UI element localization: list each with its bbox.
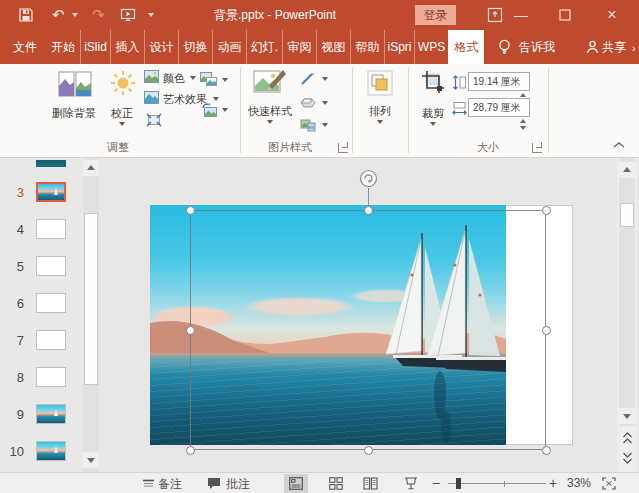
resize-handle-top-left[interactable] — [186, 206, 195, 215]
thumbnail-scrollbar-thumb[interactable] — [84, 213, 98, 385]
tab-insert[interactable]: 插入 — [110, 30, 144, 64]
remove-background-button[interactable]: 删除背景 — [48, 68, 100, 126]
scroll-down-icon[interactable] — [83, 452, 99, 468]
corrections-button[interactable]: 校正 — [104, 68, 140, 132]
tell-me-lightbulb-icon[interactable] — [496, 38, 513, 56]
zoom-slider-thumb[interactable] — [456, 478, 461, 489]
tab-file[interactable]: 文件 — [6, 30, 44, 64]
close-button[interactable]: × — [603, 6, 621, 24]
resize-handle-top-right[interactable] — [542, 206, 551, 215]
redo-icon[interactable]: ↷ — [92, 7, 108, 23]
share-person-icon[interactable] — [585, 39, 600, 55]
arrange-label: 排列 — [358, 104, 402, 119]
sign-in-button[interactable]: 登录 — [415, 5, 456, 25]
resize-handle-bottom-right[interactable] — [542, 446, 551, 455]
tab-home[interactable]: 开始 — [46, 30, 80, 64]
notes-button[interactable]: 备注 — [158, 476, 182, 493]
chevron-right-icon[interactable]: › — [632, 42, 636, 54]
slide-sorter-view-button[interactable] — [324, 474, 348, 493]
picture-border-icon — [300, 72, 316, 86]
maximize-button[interactable] — [556, 6, 574, 24]
slide-2-thumbnail-partial[interactable] — [36, 160, 66, 167]
resize-handle-bottom-center[interactable] — [364, 446, 373, 455]
tab-view[interactable]: 视图 — [316, 30, 350, 64]
undo-dropdown-icon[interactable] — [72, 13, 78, 17]
start-slideshow-icon[interactable] — [120, 7, 136, 23]
slide-show-button[interactable] — [399, 474, 423, 493]
tab-slideshow[interactable]: 幻灯. — [246, 30, 282, 64]
tab-islide[interactable]: iSlid — [80, 30, 110, 64]
zoom-level[interactable]: 33% — [567, 476, 591, 490]
tab-ispring[interactable]: iSpri — [384, 30, 414, 64]
undo-icon[interactable]: ↶ — [52, 7, 68, 23]
slide-number: 5 — [4, 259, 24, 274]
reading-view-button[interactable] — [358, 474, 382, 493]
zoom-in-button[interactable]: + — [549, 475, 557, 491]
arrange-button[interactable]: 排列 — [358, 68, 402, 132]
quick-styles-dropdown-icon — [267, 120, 273, 124]
spin-up-icon[interactable] — [520, 93, 526, 97]
shape-width-input[interactable]: 28.79 厘米 — [468, 98, 530, 117]
canvas-scrollbar-thumb[interactable] — [620, 203, 634, 227]
zoom-slider-track[interactable] — [448, 483, 546, 484]
slide-6-thumbnail[interactable] — [36, 293, 66, 313]
spin-down-icon[interactable] — [520, 126, 526, 130]
tab-animations[interactable]: 动画 — [212, 30, 246, 64]
slide-9-thumbnail[interactable] — [36, 404, 66, 424]
ribbon-display-options-icon[interactable] — [487, 7, 503, 23]
width-spinner[interactable] — [518, 116, 528, 133]
share-label[interactable]: 共享 — [602, 30, 636, 64]
corrections-sun-icon — [110, 70, 136, 96]
previous-slide-icon[interactable] — [623, 432, 632, 444]
slide-8-thumbnail[interactable] — [36, 367, 66, 387]
compress-picture-icon[interactable] — [146, 113, 162, 127]
picture-styles-dialog-launcher-icon[interactable] — [338, 143, 348, 153]
size-dialog-launcher-icon[interactable] — [532, 143, 542, 153]
change-picture-icon — [200, 72, 217, 87]
shape-width-icon — [452, 101, 467, 116]
fit-slide-to-window-icon[interactable] — [602, 477, 616, 490]
tell-me-label[interactable]: 告诉我 — [519, 30, 555, 64]
save-icon[interactable] — [18, 7, 34, 23]
tab-transitions[interactable]: 切换 — [178, 30, 212, 64]
slide-thumbnail-panel: 3 4 5 6 7 8 9 — [0, 158, 99, 472]
status-bar: 备注 批注 − + 33% — [0, 472, 639, 493]
quick-styles-button[interactable]: 快速样式 — [246, 68, 294, 132]
scroll-up-icon[interactable] — [83, 160, 99, 176]
comments-button[interactable]: 批注 — [226, 476, 250, 493]
slide-3-thumbnail[interactable] — [36, 182, 66, 202]
slide-10-thumbnail[interactable] — [36, 441, 66, 461]
tab-design[interactable]: 设计 — [144, 30, 178, 64]
collapse-ribbon-icon[interactable] — [612, 140, 626, 150]
resize-handle-middle-left[interactable] — [186, 326, 195, 335]
resize-handle-top-center[interactable] — [364, 206, 373, 215]
tab-review[interactable]: 审阅 — [282, 30, 316, 64]
scroll-up-icon[interactable] — [619, 162, 635, 178]
slide-5-thumbnail[interactable] — [36, 256, 66, 276]
next-slide-icon[interactable] — [623, 452, 632, 464]
shape-height-input[interactable]: 19.14 厘米 — [468, 72, 530, 91]
thumbnail-scrollbar[interactable] — [83, 158, 99, 472]
tab-wps[interactable]: WPS — [414, 30, 448, 64]
canvas-scrollbar-track[interactable] — [619, 158, 635, 426]
resize-handle-bottom-left[interactable] — [186, 446, 195, 455]
minimize-button[interactable]: — — [512, 6, 530, 24]
crop-button[interactable]: 裁剪 — [414, 68, 452, 132]
tab-format[interactable]: 格式 — [448, 30, 484, 64]
spin-up-icon[interactable] — [520, 119, 526, 123]
resize-handle-middle-right[interactable] — [542, 326, 551, 335]
rotation-handle[interactable] — [359, 169, 378, 188]
slide-4-thumbnail[interactable] — [36, 219, 66, 239]
normal-view-button[interactable] — [284, 474, 308, 493]
tab-help[interactable]: 帮助 — [350, 30, 384, 64]
canvas-scrollbar[interactable] — [617, 158, 637, 472]
crop-label: 裁剪 — [414, 106, 452, 121]
change-picture-dropdown-icon — [222, 78, 228, 82]
slide-7-thumbnail[interactable] — [36, 330, 66, 350]
picture-effects-icon — [300, 96, 316, 110]
picture-styles-group-label: 图片样式 — [258, 140, 322, 155]
zoom-out-button[interactable]: − — [432, 475, 440, 491]
arrange-dropdown-icon — [377, 120, 383, 124]
scroll-down-icon[interactable] — [619, 408, 635, 424]
qat-customize-icon[interactable] — [148, 13, 154, 17]
